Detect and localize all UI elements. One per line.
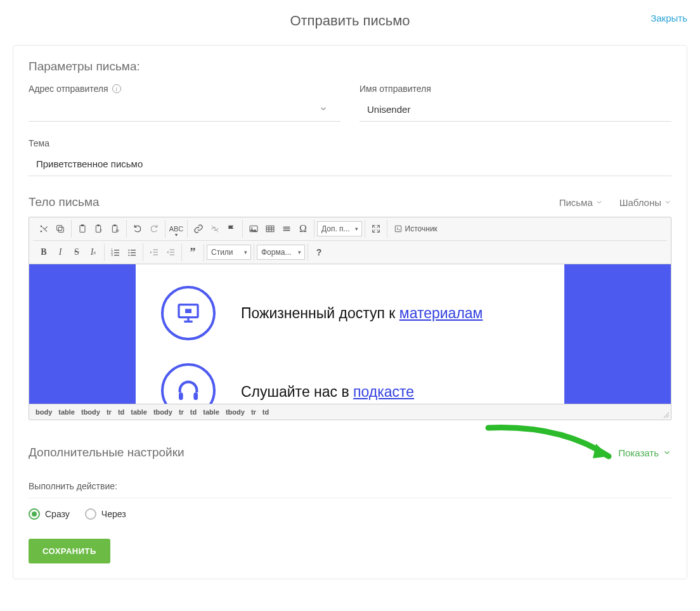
indent-icon[interactable]	[162, 245, 179, 260]
close-link[interactable]: Закрыть	[651, 13, 687, 23]
modal-header: Отправить письмо Закрыть	[13, 13, 687, 29]
svg-line-10	[212, 226, 219, 233]
letters-dropdown[interactable]: Письма	[559, 197, 603, 208]
annotation-arrow-icon	[485, 421, 625, 472]
resize-grip-icon[interactable]	[662, 411, 670, 418]
special-char-icon[interactable]: Ω	[295, 221, 311, 236]
svg-rect-43	[185, 309, 191, 313]
table-icon[interactable]	[262, 221, 278, 236]
editor-content[interactable]: Пожизненный доступ к материалам Слушайте…	[29, 264, 671, 404]
letters-dropdown-label: Письма	[559, 197, 593, 208]
unordered-list-icon[interactable]	[124, 245, 140, 260]
source-button[interactable]: Источник	[390, 221, 441, 236]
sender-name-label: Имя отправителя	[360, 84, 671, 94]
svg-rect-3	[81, 224, 84, 226]
info-icon[interactable]: i	[112, 84, 121, 93]
strike-icon[interactable]: S	[68, 245, 85, 260]
ordered-list-icon[interactable]: 123	[107, 245, 124, 260]
path-item[interactable]: tbody	[153, 408, 172, 416]
copy-icon[interactable]	[52, 221, 68, 236]
monitor-icon	[161, 286, 216, 340]
preview-line-2-link[interactable]: подкасте	[353, 383, 414, 400]
svg-rect-2	[80, 226, 85, 233]
paste-word-icon[interactable]: W	[107, 221, 124, 236]
path-item[interactable]: table	[58, 408, 75, 416]
redo-icon[interactable]	[146, 221, 162, 236]
preview-left-bar	[29, 264, 136, 404]
clear-format-icon[interactable]: Ix	[85, 245, 101, 260]
radio-now-label: Сразу	[45, 509, 70, 519]
maximize-icon[interactable]	[368, 221, 384, 236]
bold-icon[interactable]: B	[36, 245, 52, 260]
subject-input[interactable]	[29, 152, 671, 176]
svg-marker-41	[167, 251, 169, 254]
preview-center: Пожизненный доступ к материалам Слушайте…	[136, 264, 564, 404]
path-item[interactable]: table	[203, 408, 219, 416]
italic-icon[interactable]: I	[52, 245, 68, 260]
paste-text-icon[interactable]: T	[91, 221, 107, 236]
additional-select[interactable]: Доп. п...	[317, 221, 362, 236]
show-toggle-label: Показать	[618, 447, 659, 458]
undo-icon[interactable]	[129, 221, 146, 236]
svg-rect-47	[193, 392, 198, 400]
path-item[interactable]: body	[36, 408, 52, 416]
sender-name-input[interactable]	[360, 98, 671, 122]
path-item[interactable]: td	[262, 408, 269, 416]
preview-right-bar	[564, 264, 671, 404]
path-item[interactable]: td	[118, 408, 124, 416]
path-item[interactable]: table	[131, 408, 147, 416]
radio-now[interactable]: Сразу	[29, 508, 70, 520]
paste-icon[interactable]	[74, 221, 91, 236]
sender-address-select[interactable]	[29, 98, 340, 122]
hr-icon[interactable]	[278, 221, 295, 236]
path-item[interactable]: td	[190, 408, 197, 416]
elements-path: body table tbody tr td table tbody tr td…	[29, 404, 671, 420]
outdent-icon[interactable]	[146, 245, 162, 260]
format-select[interactable]: Форма...	[257, 245, 305, 260]
path-item[interactable]: tr	[107, 408, 112, 416]
show-toggle[interactable]: Показать	[618, 447, 671, 458]
flag-icon[interactable]	[223, 221, 240, 236]
svg-rect-0	[58, 227, 63, 232]
preview-line-2-text: Слушайте нас в	[241, 383, 353, 400]
action-label: Выполнить действие:	[29, 481, 671, 498]
additional-settings-title: Дополнительные настройки	[29, 446, 185, 460]
svg-rect-13	[266, 226, 274, 231]
sender-address-input[interactable]	[29, 98, 340, 122]
path-item[interactable]: tr	[251, 408, 256, 416]
path-item[interactable]: tbody	[226, 408, 245, 416]
modal-title: Отправить письмо	[290, 13, 410, 29]
preview-line-1-link[interactable]: материалам	[399, 305, 483, 321]
path-item[interactable]: tbody	[81, 408, 100, 416]
styles-select[interactable]: Стили	[207, 245, 251, 260]
svg-point-28	[128, 250, 129, 251]
radio-after[interactable]: Через	[85, 508, 126, 520]
radio-dot-unchecked-icon	[85, 508, 96, 520]
unlink-icon[interactable]	[207, 221, 223, 236]
svg-point-12	[251, 228, 252, 229]
cut-icon[interactable]	[36, 221, 52, 236]
panel: Параметры письма: Адрес отправителя i Им…	[13, 45, 687, 579]
svg-text:3: 3	[111, 254, 113, 257]
templates-dropdown-label: Шаблоны	[619, 197, 661, 208]
body-title: Тело письма	[29, 195, 100, 209]
quote-icon[interactable]: ”	[185, 245, 201, 260]
help-icon[interactable]: ?	[311, 245, 327, 260]
svg-marker-48	[593, 444, 609, 458]
path-item[interactable]: tr	[179, 408, 184, 416]
chevron-down-icon	[664, 197, 671, 208]
templates-dropdown[interactable]: Шаблоны	[619, 197, 671, 208]
source-button-label: Источник	[405, 224, 438, 233]
subject-label: Тема	[29, 138, 671, 148]
chevron-down-icon	[595, 197, 603, 208]
spellcheck-icon[interactable]: ABC▾	[168, 221, 185, 236]
sender-address-label-text: Адрес отправителя	[29, 84, 108, 94]
svg-rect-46	[179, 392, 183, 400]
svg-point-29	[128, 252, 129, 254]
link-icon[interactable]	[190, 221, 207, 236]
radio-dot-checked-icon	[29, 508, 40, 520]
svg-text:T: T	[100, 229, 102, 233]
image-icon[interactable]	[245, 221, 262, 236]
editor-toolbar: T W ABC▾ Ω	[29, 217, 671, 264]
save-button[interactable]: СОХРАНИТЬ	[29, 539, 110, 563]
